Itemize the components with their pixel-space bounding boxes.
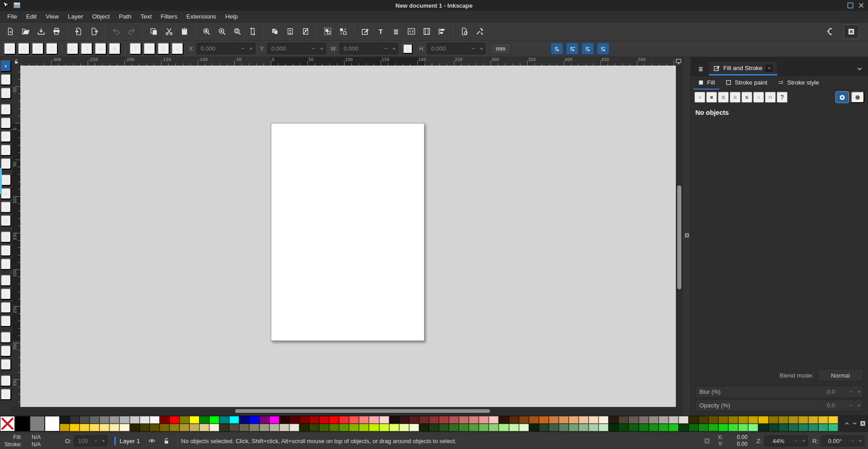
palette-swatch[interactable]: [728, 424, 738, 431]
palette-swatch[interactable]: [808, 416, 818, 424]
dialog-close-button[interactable]: [765, 65, 773, 72]
palette-swatch[interactable]: [628, 416, 638, 424]
palette-swatch[interactable]: [209, 424, 219, 431]
palette-swatch[interactable]: [589, 416, 599, 424]
palette-swatch[interactable]: [628, 424, 638, 431]
palette-swatch[interactable]: [140, 424, 150, 431]
menu-file[interactable]: File: [3, 11, 22, 22]
paint-flat-button[interactable]: [706, 92, 717, 103]
palette-swatch[interactable]: [788, 424, 798, 431]
palette-swatch[interactable]: [319, 424, 329, 431]
palette-swatch[interactable]: [579, 416, 589, 424]
paint-pattern-button[interactable]: [741, 92, 752, 103]
palette-swatch[interactable]: [409, 416, 419, 424]
current-layer-selector[interactable]: Layer 1: [119, 438, 140, 444]
object-properties-button[interactable]: [420, 25, 434, 38]
palette-swatch[interactable]: [449, 416, 459, 424]
palette-swatch[interactable]: [489, 416, 499, 424]
palette-swatch[interactable]: [359, 424, 369, 431]
node-tool-button[interactable]: [0, 74, 11, 85]
fill-rule-evenodd-button[interactable]: [835, 91, 849, 103]
palette-swatch[interactable]: [539, 424, 549, 431]
clone-button[interactable]: [283, 25, 297, 38]
palette-swatch[interactable]: [539, 416, 549, 424]
paint-swatch-button[interactable]: [765, 92, 776, 103]
h-plus-button[interactable]: +: [477, 45, 485, 52]
page-tool-button[interactable]: [0, 359, 11, 370]
palette-swatch[interactable]: [170, 424, 179, 431]
dock-resize-handle[interactable]: [683, 57, 691, 415]
palette-swatch[interactable]: [130, 416, 140, 424]
palette-swatch[interactable]: [60, 416, 70, 424]
menu-edit[interactable]: Edit: [22, 11, 41, 22]
palette-swatch[interactable]: [549, 424, 559, 431]
palette-swatch[interactable]: [679, 424, 689, 431]
palette-swatch[interactable]: [559, 416, 569, 424]
palette-swatch[interactable]: [599, 424, 609, 431]
w-plus-button[interactable]: +: [390, 45, 398, 52]
palette-swatch[interactable]: [279, 416, 289, 424]
palette-swatch[interactable]: [469, 416, 479, 424]
opacity-minus-button[interactable]: −: [91, 438, 99, 444]
fill-stroke-dialog-button[interactable]: [359, 25, 372, 38]
pencil-tool-button[interactable]: [0, 174, 11, 186]
h-spinbox[interactable]: 0.000−+: [427, 43, 486, 54]
objects-dialog-tab[interactable]: [693, 62, 709, 76]
palette-swatch[interactable]: [150, 424, 160, 431]
y-minus-button[interactable]: −: [309, 45, 317, 52]
palette-swatch[interactable]: [339, 424, 349, 431]
palette-swatch[interactable]: [229, 424, 239, 431]
palette-swatch[interactable]: [559, 424, 569, 431]
palette-swatch[interactable]: [249, 424, 259, 431]
palette-swatch[interactable]: [429, 416, 439, 424]
palette-swatch[interactable]: [119, 424, 129, 431]
palette-swatch[interactable]: [299, 424, 309, 431]
palette-swatch[interactable]: [30, 416, 45, 431]
rotation-minus-button[interactable]: −: [849, 438, 856, 444]
palette-swatch[interactable]: [439, 416, 449, 424]
palette-swatch[interactable]: [109, 424, 119, 431]
palette-swatch[interactable]: [738, 416, 748, 424]
palette-swatch[interactable]: [329, 416, 339, 424]
folder-open-button[interactable]: [19, 25, 33, 38]
vertical-scrollbar[interactable]: [676, 66, 683, 407]
palette-swatch-none[interactable]: [0, 416, 15, 431]
palette-swatch[interactable]: [160, 424, 170, 431]
palette-swatch[interactable]: [15, 416, 30, 431]
close-button[interactable]: [857, 1, 865, 9]
palette-swatch[interactable]: [738, 424, 748, 431]
palette-swatch[interactable]: [209, 416, 219, 424]
gradient-tool-button[interactable]: [0, 231, 11, 243]
shape-builder-tool-button[interactable]: [0, 87, 11, 99]
zoom-plus-button[interactable]: +: [800, 438, 807, 444]
ellipse-tool-button[interactable]: [0, 117, 11, 129]
scale-gradient-toggle[interactable]: [581, 43, 594, 55]
palette-swatch[interactable]: [519, 416, 529, 424]
xml-editor-button[interactable]: [405, 25, 418, 38]
palette-swatch[interactable]: [639, 416, 649, 424]
pen-tool-button[interactable]: [0, 188, 11, 199]
horizontal-ruler[interactable]: -300-250-200-150-100-5005010015020025030…: [20, 57, 675, 66]
fill-stroke-dialog-tab[interactable]: Fill and Stroke: [709, 62, 777, 76]
palette-swatch[interactable]: [199, 416, 209, 424]
layer-visibility-toggle[interactable]: [146, 435, 157, 446]
tweak-tool-button[interactable]: [0, 274, 11, 286]
palette-swatch[interactable]: [718, 424, 728, 431]
palette-swatch[interactable]: [519, 424, 529, 431]
palette-swatch[interactable]: [70, 416, 80, 424]
fill-rule-nonzero-button[interactable]: [851, 91, 864, 103]
palette-swatch[interactable]: [609, 424, 618, 431]
palette-swatch[interactable]: [569, 416, 579, 424]
palette-swatch[interactable]: [459, 416, 469, 424]
palette-swatch[interactable]: [199, 424, 209, 431]
palette-swatch[interactable]: [389, 424, 399, 431]
paint-unknown-button[interactable]: ?: [777, 92, 788, 103]
selection-frame-button[interactable]: [46, 43, 58, 55]
duplicate-button[interactable]: [268, 25, 282, 38]
palette-swatch[interactable]: [419, 416, 429, 424]
palette-swatch[interactable]: [319, 416, 329, 424]
tab-stroke-style[interactable]: Stroke style: [774, 76, 824, 90]
display-mode-button[interactable]: [675, 57, 683, 66]
palette-swatch[interactable]: [299, 416, 309, 424]
edit-paste-button[interactable]: [178, 25, 191, 38]
